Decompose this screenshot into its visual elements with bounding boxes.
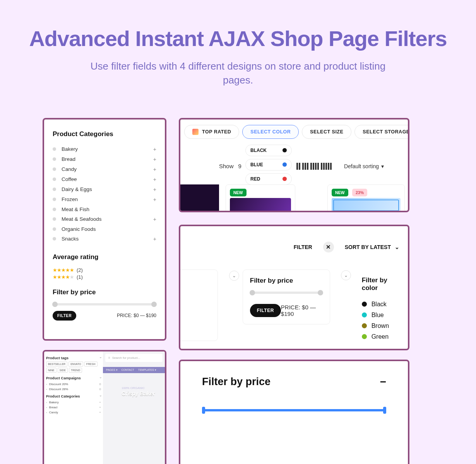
bullet-icon bbox=[53, 227, 56, 231]
category-item[interactable]: Meat & Seafoods+ bbox=[53, 214, 156, 224]
price-range-label: PRICE: $0 — $190 bbox=[117, 313, 156, 318]
section-title-categories[interactable]: Product Categories› bbox=[46, 394, 101, 398]
bullet-icon bbox=[53, 147, 56, 151]
color-option[interactable]: Black bbox=[362, 299, 401, 310]
nav-item[interactable]: TEMPLATES ▾ bbox=[138, 368, 156, 372]
tag-chip[interactable]: NINE bbox=[46, 368, 57, 373]
demo-compact-sidebar: Product tags› BESTSELLERENVATOFRESHNINES… bbox=[43, 350, 166, 464]
category-item[interactable]: Organic Foods bbox=[53, 224, 156, 234]
slider-handle-min[interactable] bbox=[52, 302, 58, 307]
plus-icon[interactable]: + bbox=[153, 176, 156, 183]
swatch-icon bbox=[362, 302, 367, 307]
category-item[interactable]: Bakery+ bbox=[53, 144, 156, 154]
category-item[interactable]: Meat & Fish bbox=[53, 205, 156, 214]
nav-item[interactable]: PAGES ▾ bbox=[106, 368, 118, 372]
price-slider[interactable] bbox=[53, 303, 156, 305]
category-item[interactable]: Bread+ bbox=[53, 154, 156, 164]
sort-select[interactable]: Default sorting▾ bbox=[344, 163, 384, 169]
panel-placeholder bbox=[179, 270, 218, 341]
demo-price-accordion: Filter by price − bbox=[179, 360, 409, 464]
demo-sidebar-filters: Product Categories Bakery+Bread+Candy+Co… bbox=[43, 118, 166, 341]
accordion-title: Filter by price bbox=[202, 376, 271, 388]
pill-select-color[interactable]: SELECT COLOR bbox=[242, 125, 299, 139]
bullet-icon bbox=[53, 167, 56, 171]
minus-icon[interactable]: − bbox=[380, 376, 386, 388]
pill-select-storage[interactable]: SELECT STORAGE bbox=[354, 125, 409, 139]
badge-new: NEW bbox=[230, 189, 247, 196]
plus-icon[interactable]: + bbox=[153, 166, 156, 172]
campaign-item[interactable]: Discount 28%0 bbox=[46, 387, 101, 392]
category-item[interactable]: Coffee+ bbox=[53, 174, 156, 184]
tag-chip[interactable]: SIDE bbox=[58, 368, 68, 373]
category-item[interactable]: Frozen+ bbox=[53, 194, 156, 205]
color-option[interactable]: Blue bbox=[362, 310, 401, 321]
bullet-icon bbox=[53, 237, 56, 241]
collapse-icon[interactable]: ⌄ bbox=[229, 271, 239, 281]
plus-icon[interactable]: + bbox=[153, 156, 156, 162]
color-option[interactable]: Green bbox=[362, 331, 401, 342]
filter-button[interactable]: FILTER bbox=[53, 311, 76, 321]
plus-icon[interactable]: + bbox=[153, 236, 156, 242]
price-range-label: PRICE: $0 — $190 bbox=[281, 304, 323, 317]
trophy-icon bbox=[192, 129, 199, 135]
category-item[interactable]: Candy+ bbox=[46, 410, 101, 415]
sort-by-latest[interactable]: SORT BY LATEST ⌄ bbox=[345, 244, 399, 250]
price-slider[interactable] bbox=[250, 292, 323, 294]
bullet-icon bbox=[53, 208, 56, 211]
slider-handle-min[interactable] bbox=[202, 407, 205, 414]
badge-new: NEW bbox=[332, 189, 348, 196]
tag-chip[interactable]: BESTSELLER bbox=[46, 362, 67, 367]
category-item[interactable]: Bakery+ bbox=[46, 400, 101, 405]
plus-icon[interactable]: + bbox=[153, 216, 156, 222]
tag-chip[interactable]: FRESH bbox=[84, 362, 98, 367]
slider-handle-max[interactable] bbox=[383, 407, 386, 414]
search-input[interactable]: ≡ Search for product... bbox=[105, 354, 163, 362]
filter-label[interactable]: FILTER bbox=[294, 244, 312, 250]
plus-icon[interactable]: + bbox=[153, 186, 156, 193]
product-card[interactable]: NEW bbox=[226, 184, 295, 212]
rating-filter[interactable]: ★★★★★(2) bbox=[53, 267, 156, 273]
tag-chip[interactable]: TREND bbox=[69, 368, 82, 373]
swatch-icon bbox=[362, 323, 367, 328]
campaign-item[interactable]: Discount 20%0 bbox=[46, 382, 101, 387]
page-title: Advanced Instant AJAX Shop Page Filters bbox=[16, 27, 460, 50]
chevron-down-icon: ⌄ bbox=[395, 244, 399, 250]
plus-icon[interactable]: + bbox=[153, 196, 156, 203]
section-title-tags[interactable]: Product tags› bbox=[46, 356, 101, 360]
show-value[interactable]: 9 bbox=[238, 163, 241, 169]
pill-select-size[interactable]: SELECT SIZE bbox=[302, 125, 351, 139]
price-slider[interactable] bbox=[202, 409, 386, 411]
layout-toggles[interactable] bbox=[296, 163, 332, 170]
section-title-campaigns[interactable]: Product Campaigns› bbox=[46, 376, 101, 380]
category-item[interactable]: Dairy & Eggs+ bbox=[53, 184, 156, 194]
color-option[interactable]: Brown bbox=[362, 321, 401, 331]
filter-button[interactable]: FILTER bbox=[250, 304, 281, 317]
category-item[interactable]: Bread+ bbox=[46, 405, 101, 410]
product-image bbox=[230, 198, 291, 212]
slider-handle-max[interactable] bbox=[151, 302, 157, 307]
product-thumb bbox=[180, 184, 219, 212]
collapse-icon[interactable]: ⌄ bbox=[341, 270, 351, 280]
category-item[interactable]: Candy+ bbox=[53, 164, 156, 174]
filter-by-price-panel: ⌄ Filter by price FILTER PRICE: $0 — $19… bbox=[243, 270, 330, 324]
show-label: Show bbox=[219, 163, 234, 169]
close-icon[interactable]: ✕ bbox=[323, 242, 334, 252]
bullet-icon bbox=[53, 188, 56, 191]
slider-handle-max[interactable] bbox=[318, 290, 323, 295]
rating-filter[interactable]: ★★★★★(1) bbox=[53, 274, 156, 280]
color-option[interactable]: BLACK bbox=[245, 145, 292, 156]
slider-handle-min[interactable] bbox=[250, 290, 255, 295]
panel-title: Filter by color bbox=[362, 276, 401, 292]
swatch-icon bbox=[283, 148, 287, 152]
page-subtitle: Use filter fields with 4 different desig… bbox=[87, 60, 389, 87]
nav-item[interactable]: CONTACT bbox=[122, 368, 134, 371]
color-option[interactable]: RED bbox=[245, 173, 292, 185]
plus-icon[interactable]: + bbox=[153, 146, 156, 152]
category-item[interactable]: Snacks+ bbox=[53, 234, 156, 244]
demo-filter-sort-panels: FILTER ✕ SORT BY LATEST ⌄ ⌄ Filter by pr… bbox=[179, 225, 409, 350]
tag-chip[interactable]: ENVATO bbox=[68, 362, 83, 367]
pill-top-rated[interactable]: TOP RATED bbox=[184, 125, 239, 139]
chevron-down-icon: › bbox=[99, 396, 103, 397]
product-card[interactable]: NEW 23% bbox=[327, 184, 405, 212]
menu-icon: ≡ bbox=[108, 356, 110, 360]
